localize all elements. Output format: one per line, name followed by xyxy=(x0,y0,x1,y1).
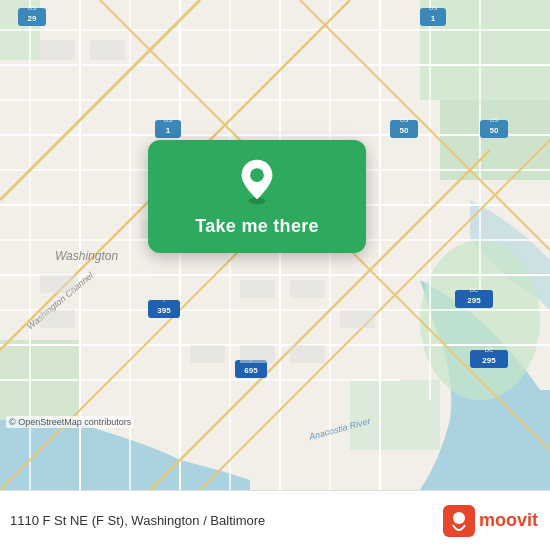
svg-text:US: US xyxy=(28,5,36,11)
svg-text:US: US xyxy=(490,117,498,123)
moovit-brand-text: moovit xyxy=(479,510,538,531)
svg-text:295: 295 xyxy=(482,356,496,365)
moovit-logo: moovit xyxy=(443,505,538,537)
svg-rect-71 xyxy=(340,310,375,328)
svg-rect-70 xyxy=(290,280,325,298)
svg-text:395: 395 xyxy=(157,306,171,315)
svg-text:50: 50 xyxy=(400,126,409,135)
svg-point-80 xyxy=(453,512,465,524)
svg-text:US: US xyxy=(429,5,437,11)
location-card: Take me there xyxy=(148,140,366,253)
svg-text:295: 295 xyxy=(467,296,481,305)
bottom-bar: 1110 F St NE (F St), Washington / Baltim… xyxy=(0,490,550,550)
svg-rect-76 xyxy=(40,310,75,328)
address-label: 1110 F St NE (F St), Washington / Baltim… xyxy=(10,513,443,528)
svg-rect-75 xyxy=(40,275,75,293)
svg-rect-72 xyxy=(190,345,225,363)
svg-rect-74 xyxy=(290,345,325,363)
map-container: 29 US 1 US 1 US 50 US 50 US 395 I 695 I … xyxy=(0,0,550,490)
map-attribution: © OpenStreetMap contributors xyxy=(6,416,134,428)
svg-rect-73 xyxy=(240,345,275,363)
svg-text:1: 1 xyxy=(166,126,171,135)
svg-rect-3 xyxy=(440,100,550,180)
svg-rect-69 xyxy=(240,280,275,298)
svg-text:Washington: Washington xyxy=(55,249,118,263)
location-pin-icon xyxy=(233,158,281,206)
svg-text:DC: DC xyxy=(470,287,479,293)
svg-text:29: 29 xyxy=(28,14,37,23)
svg-rect-6 xyxy=(350,380,440,450)
svg-text:DC: DC xyxy=(485,347,494,353)
svg-text:50: 50 xyxy=(490,126,499,135)
svg-text:1: 1 xyxy=(431,14,436,23)
svg-text:695: 695 xyxy=(244,366,258,375)
svg-text:US: US xyxy=(400,117,408,123)
take-me-there-button[interactable]: Take me there xyxy=(195,216,319,237)
moovit-icon xyxy=(443,505,475,537)
svg-rect-66 xyxy=(90,40,125,60)
svg-point-78 xyxy=(250,168,264,182)
svg-rect-65 xyxy=(40,40,75,60)
svg-text:US: US xyxy=(164,117,172,123)
